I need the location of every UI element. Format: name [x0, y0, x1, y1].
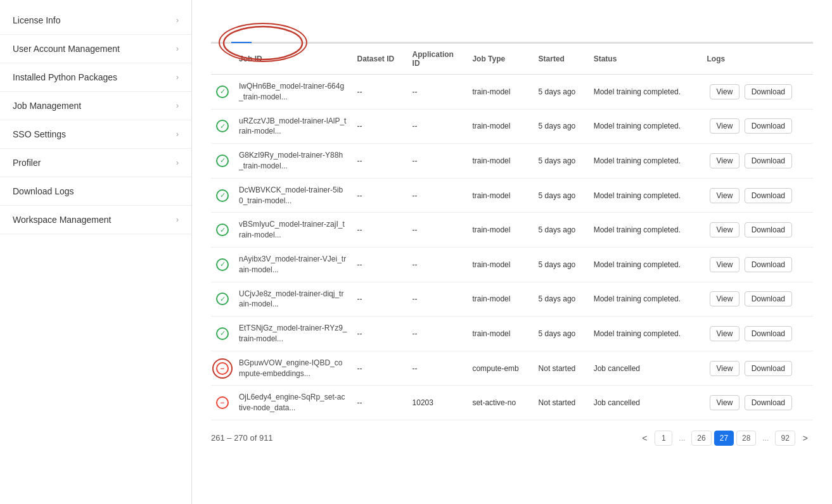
dataset-id-cell: --: [352, 144, 407, 179]
download-button[interactable]: Download: [745, 257, 792, 272]
chevron-icon: ›: [176, 215, 179, 224]
dataset-id-cell: --: [352, 282, 407, 317]
pagination-next[interactable]: >: [798, 431, 813, 446]
job-type-cell: train-model: [467, 178, 533, 213]
table-row: ✓ nAyibx3V_model-trainer-VJei_train-mode…: [211, 247, 813, 282]
status-cell: −: [211, 386, 234, 420]
job-id-cell: vBSmIyuC_model-trainer-zajI_train-model.…: [234, 213, 352, 248]
download-button[interactable]: Download: [745, 326, 792, 341]
download-button[interactable]: Download: [745, 291, 792, 306]
view-button[interactable]: View: [710, 222, 740, 237]
sidebar-label: Workspace Management: [13, 215, 111, 225]
view-button[interactable]: View: [710, 188, 740, 203]
download-button[interactable]: Download: [745, 222, 792, 237]
sidebar-item-license-info[interactable]: License Info›: [0, 6, 191, 35]
table-row: − BGpuwVOW_engine-IQBD_compute-embedding…: [211, 351, 813, 386]
logs-cell: View Download: [702, 178, 814, 213]
download-button[interactable]: Download: [745, 118, 792, 134]
table-row: ✓ IwQHn6Be_model-trainer-664g_train-mode…: [211, 75, 813, 110]
app-id-cell: --: [407, 247, 468, 282]
download-button[interactable]: Download: [745, 84, 792, 99]
table-row: ✓ DcWBVKCK_model-trainer-5ib0_train-mode…: [211, 178, 813, 213]
pagination-prev[interactable]: <: [637, 431, 652, 446]
download-button[interactable]: Download: [745, 361, 792, 376]
status-cell: ✓: [211, 317, 234, 351]
status-check-icon: ✓: [216, 224, 229, 236]
started-cell: Not started: [534, 351, 589, 386]
view-button[interactable]: View: [710, 118, 740, 134]
app-id-cell: --: [407, 75, 468, 110]
status-text-cell: Model training completed.: [589, 178, 702, 213]
status-check-icon: ✓: [216, 293, 229, 305]
pagination-page-92[interactable]: 92: [775, 431, 795, 446]
job-id-text: uRZczVJB_model-trainer-lAlP_train-model.…: [239, 116, 347, 137]
jobs-table-container: Job ID Dataset ID ApplicationID Job Type…: [211, 43, 813, 420]
status-cell: ✓: [211, 213, 234, 248]
started-cell: 5 days ago: [534, 75, 589, 110]
pagination-page-26[interactable]: 26: [691, 431, 711, 446]
view-button[interactable]: View: [710, 291, 740, 306]
app-id-cell: --: [407, 178, 468, 213]
table-row: − OjL6edy4_engine-SqRp_set-active-node_d…: [211, 386, 813, 420]
status-cell: ✓: [211, 247, 234, 282]
pagination-page-27[interactable]: 27: [714, 431, 734, 446]
status-text-cell: Model training completed.: [589, 75, 702, 110]
download-button[interactable]: Download: [745, 188, 792, 203]
sidebar-label: Installed Python Packages: [13, 72, 117, 82]
started-cell: 5 days ago: [534, 282, 589, 317]
logs-cell: View Download: [702, 75, 814, 110]
pagination-ellipsis: ...: [675, 431, 689, 445]
col-status: [211, 44, 234, 75]
logs-cell: View Download: [702, 282, 814, 317]
started-cell: 5 days ago: [534, 178, 589, 213]
logs-cell: View Download: [702, 386, 814, 420]
status-text-cell: Job cancelled: [589, 386, 702, 420]
view-button[interactable]: View: [710, 326, 740, 341]
job-id-cell: EtTSNjGz_model-trainer-RYz9_train-model.…: [234, 317, 352, 351]
job-id-cell: G8KzI9Ry_model-trainer-Y88h_train-model.…: [234, 144, 352, 179]
table-row: ✓ UCjvJe8z_model-trainer-diqj_train-mode…: [211, 282, 813, 317]
view-button[interactable]: View: [710, 361, 740, 376]
cancel-icon: −: [216, 362, 229, 375]
dataset-id-cell: --: [352, 317, 407, 351]
view-button[interactable]: View: [710, 395, 740, 410]
col-status-text: Status: [589, 44, 702, 75]
status-cell: ✓: [211, 178, 234, 213]
tab-past-jobs[interactable]: [231, 32, 252, 43]
status-cancel-circled-icon: −: [216, 362, 229, 375]
sidebar-label: Download Logs: [13, 186, 74, 196]
status-check-icon: ✓: [216, 120, 229, 132]
pagination-page-28[interactable]: 28: [736, 431, 756, 446]
sidebar-item-workspace-management[interactable]: Workspace Management›: [0, 206, 191, 234]
view-button[interactable]: View: [710, 84, 740, 99]
sidebar-item-profiler[interactable]: Profiler›: [0, 149, 191, 177]
job-type-cell: train-model: [467, 213, 533, 248]
tab-active-jobs[interactable]: [211, 32, 231, 43]
sidebar-item-job-management[interactable]: Job Management›: [0, 92, 191, 120]
sidebar-item-download-logs[interactable]: Download Logs: [0, 177, 191, 206]
logs-cell: View Download: [702, 144, 814, 179]
sidebar-item-sso-settings[interactable]: SSO Settings›: [0, 120, 191, 149]
job-type-cell: train-model: [467, 247, 533, 282]
pagination-page-1[interactable]: 1: [655, 431, 672, 446]
sidebar-item-installed-python-packages[interactable]: Installed Python Packages›: [0, 63, 191, 92]
download-button[interactable]: Download: [745, 395, 792, 410]
sidebar-item-user-account-management[interactable]: User Account Management›: [0, 35, 191, 63]
status-cell: ✓: [211, 75, 234, 110]
col-job-type: Job Type: [467, 44, 533, 75]
col-job-id: Job ID: [234, 44, 352, 75]
job-type-cell: train-model: [467, 109, 533, 144]
chevron-icon: ›: [176, 44, 179, 53]
job-id-text: BGpuwVOW_engine-IQBD_compute-embeddings.…: [239, 358, 347, 379]
download-button[interactable]: Download: [745, 153, 792, 168]
view-button[interactable]: View: [710, 153, 740, 168]
job-type-cell: train-model: [467, 282, 533, 317]
status-text-cell: Model training completed.: [589, 317, 702, 351]
app-id-cell: 10203: [407, 386, 468, 420]
started-cell: 5 days ago: [534, 317, 589, 351]
job-id-text: nAyibx3V_model-trainer-VJei_train-model.…: [239, 254, 347, 275]
app-id-cell: --: [407, 144, 468, 179]
view-button[interactable]: View: [710, 257, 740, 272]
chevron-icon: ›: [176, 73, 179, 82]
job-id-text: UCjvJe8z_model-trainer-diqj_train-model.…: [239, 289, 347, 310]
